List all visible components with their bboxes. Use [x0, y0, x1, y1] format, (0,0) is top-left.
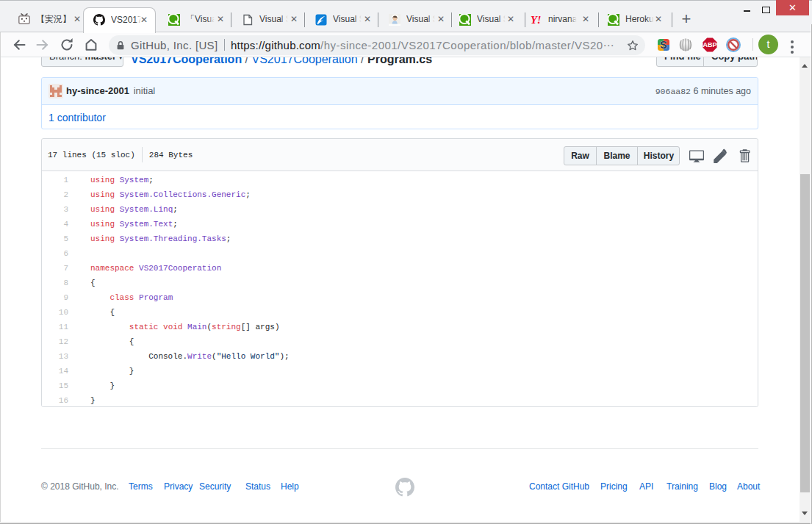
- svg-text:Y​!: Y​!: [531, 14, 542, 26]
- svg-text:S: S: [660, 38, 667, 51]
- svg-text:ABP: ABP: [703, 41, 716, 49]
